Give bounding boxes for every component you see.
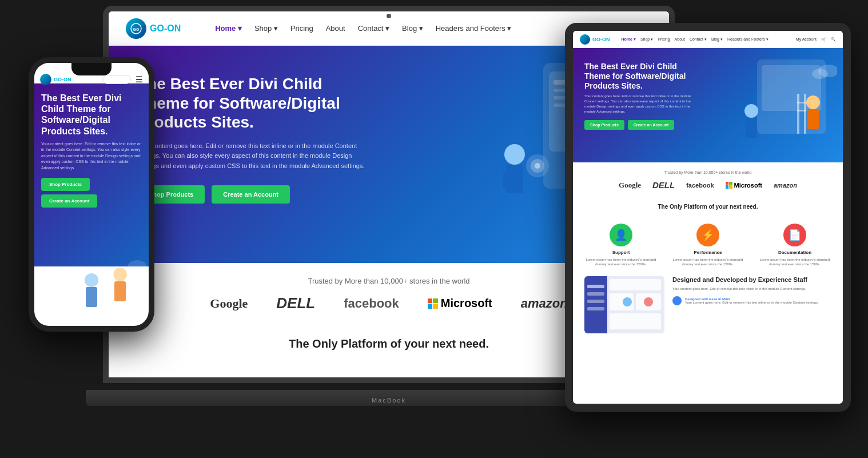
phone-logo-text: GO-ON	[54, 77, 71, 82]
logo-icon: GO	[126, 18, 146, 39]
svg-rect-50	[587, 285, 604, 288]
phone-account-button[interactable]: Create an Account	[41, 194, 97, 208]
designed-sub-description: Your content goes here. Edit or remove t…	[685, 301, 819, 304]
phone-hero-illustration	[57, 252, 149, 326]
svg-rect-39	[746, 118, 757, 138]
laptop-hero-desc: Your content goes here. Edit or remove t…	[137, 141, 366, 172]
phone-hero-desc: Your content goes here. Edit or remove t…	[41, 141, 142, 172]
svg-rect-33	[106, 277, 114, 278]
nav-link-about[interactable]: About	[326, 24, 345, 33]
svg-point-58	[623, 297, 632, 306]
nav-link-headers[interactable]: Headers and Footers ▾	[436, 24, 512, 33]
tablet-nav-about[interactable]: About	[675, 37, 685, 42]
designed-sub-icon	[672, 296, 682, 305]
brand-google: Google	[210, 296, 248, 311]
tablet-cart-icon[interactable]: 🛒	[821, 37, 826, 42]
designed-screenshot	[584, 276, 664, 333]
phone-hero-title: The Best Ever Divi Child Theme for Softw…	[41, 93, 142, 137]
tablet-brands: Trusted by More than 10,000+ stores in t…	[573, 162, 843, 198]
svg-rect-31	[106, 269, 108, 309]
svg-rect-41	[807, 109, 819, 129]
tablet-logo: GO-ON	[580, 34, 610, 45]
svg-rect-11	[515, 172, 523, 189]
tablet-hero-title: The Best Ever Divi Child Theme for Softw…	[584, 62, 699, 90]
tablet-logo-text: GO-ON	[592, 37, 610, 42]
svg-point-14	[535, 163, 540, 169]
svg-rect-44	[797, 102, 806, 103]
nav-link-pricing[interactable]: Pricing	[290, 24, 313, 33]
svg-rect-10	[503, 172, 512, 189]
phone-screen: GO-ON ☰ The Best Ever Divi Child Theme f…	[34, 63, 149, 326]
phone-hero: The Best Ever Divi Child Theme for Softw…	[34, 83, 149, 266]
tablet-nav-blog[interactable]: Blog ▾	[711, 37, 723, 42]
phone-website: GO-ON ☰ The Best Ever Divi Child Theme f…	[34, 63, 149, 326]
phone-search-bar[interactable]	[102, 75, 131, 84]
dashboard-svg	[584, 276, 664, 333]
tablet-platform: The Only Platform of your next need.	[573, 198, 843, 224]
svg-point-35	[128, 260, 146, 272]
nav-link-contact[interactable]: Contact ▾	[358, 24, 389, 33]
tablet-device: GO-ON Home ▾ Shop ▾ Pricing About Contac…	[565, 23, 851, 423]
tablet-feature-documentation: 📄 Documentation Lorem ipsum has been the…	[758, 224, 831, 267]
laptop-nav-logo: GO GO-ON	[126, 18, 181, 39]
macbook-camera	[387, 14, 391, 18]
tablet-nav: GO-ON Home ▾ Shop ▾ Pricing About Contac…	[573, 31, 843, 48]
svg-rect-53	[587, 307, 604, 310]
tablet-platform-title: The Only Platform of your next need.	[584, 204, 831, 210]
tablet-hero-illustration	[723, 54, 837, 145]
documentation-desc: Lorem ipsum has been the industry's stan…	[758, 257, 831, 267]
tablet-hero-desc: Your content goes here. Edit or remove t…	[584, 94, 699, 114]
tablet-search-icon[interactable]: 🔍	[831, 37, 836, 42]
tablet-nav-links: Home ▾ Shop ▾ Pricing About Contact ▾ Bl…	[622, 37, 769, 42]
svg-rect-30	[114, 281, 126, 301]
svg-rect-32	[112, 269, 114, 309]
nav-link-shop[interactable]: Shop ▾	[254, 24, 278, 33]
brand-dell: DELL	[276, 294, 315, 312]
tablet-nav-contact[interactable]: Contact ▾	[690, 37, 707, 42]
svg-rect-34	[106, 285, 114, 286]
designed-desc: Your content goes here. Edit or remove t…	[672, 286, 831, 292]
laptop-hero-buttons: Shop Products Create an Account	[137, 185, 366, 204]
svg-point-29	[113, 268, 127, 281]
macbook-label: MacBook	[372, 397, 406, 404]
svg-rect-57	[610, 313, 661, 329]
tablet-frame: GO-ON Home ▾ Shop ▾ Pricing About Contac…	[565, 23, 851, 412]
tablet-brands-title: Trusted by More than 10,000+ stores in t…	[584, 170, 831, 174]
phone-shop-button[interactable]: Shop Products	[41, 178, 90, 191]
performance-icon: ⚡	[696, 224, 719, 246]
tablet-brand-microsoft: Microsoft	[726, 182, 763, 189]
tablet-account-button[interactable]: Create an Account	[628, 120, 675, 130]
laptop-nav-links: Home ▾ Shop ▾ Pricing About Contact ▾ Bl…	[215, 24, 511, 33]
tablet-nav-account[interactable]: My Account	[796, 37, 817, 41]
phone-menu-icon[interactable]: ☰	[136, 75, 143, 84]
tablet-feature-support: 👤 Support Lorem ipsum has been the indus…	[584, 224, 658, 267]
svg-point-38	[744, 104, 758, 118]
tablet-shop-button[interactable]: Shop Products	[584, 120, 624, 130]
tablet-logo-circle	[580, 34, 590, 45]
phone-nav-right: ☰	[102, 75, 143, 84]
laptop-logo-text: GO-ON	[150, 23, 181, 34]
tablet-designed-section: Designed and Developed by Experience Sta…	[573, 267, 843, 342]
laptop-account-button[interactable]: Create an Account	[212, 185, 290, 204]
svg-point-40	[806, 95, 820, 109]
phone-device: GO-ON ☰ The Best Ever Divi Child Theme f…	[29, 57, 154, 372]
brand-microsoft: Microsoft	[428, 297, 492, 310]
svg-text:GO: GO	[133, 27, 140, 31]
brand-facebook: facebook	[344, 296, 399, 311]
designed-title: Designed and Developed by Experience Sta…	[672, 276, 831, 283]
tablet-nav-home[interactable]: Home ▾	[622, 37, 636, 42]
tablet-nav-pricing[interactable]: Pricing	[658, 37, 670, 42]
documentation-icon: 📄	[783, 224, 806, 246]
tablet-features: 👤 Support Lorem ipsum has been the indus…	[573, 224, 843, 267]
tablet-screen: GO-ON Home ▾ Shop ▾ Pricing About Contac…	[573, 31, 843, 404]
svg-point-59	[644, 297, 653, 306]
tablet-nav-headers[interactable]: Headers and Footers ▾	[727, 37, 769, 42]
brand-amazon: amazon	[521, 296, 568, 311]
nav-link-blog[interactable]: Blog ▾	[402, 24, 423, 33]
svg-rect-45	[797, 110, 806, 111]
support-icon: 👤	[610, 224, 632, 246]
tablet-brands-list: Google DELL facebook Microsoft amazon	[584, 180, 831, 190]
tablet-nav-shop[interactable]: Shop ▾	[640, 37, 653, 42]
nav-link-home[interactable]: Home ▾	[215, 24, 242, 33]
svg-rect-28	[86, 287, 97, 307]
